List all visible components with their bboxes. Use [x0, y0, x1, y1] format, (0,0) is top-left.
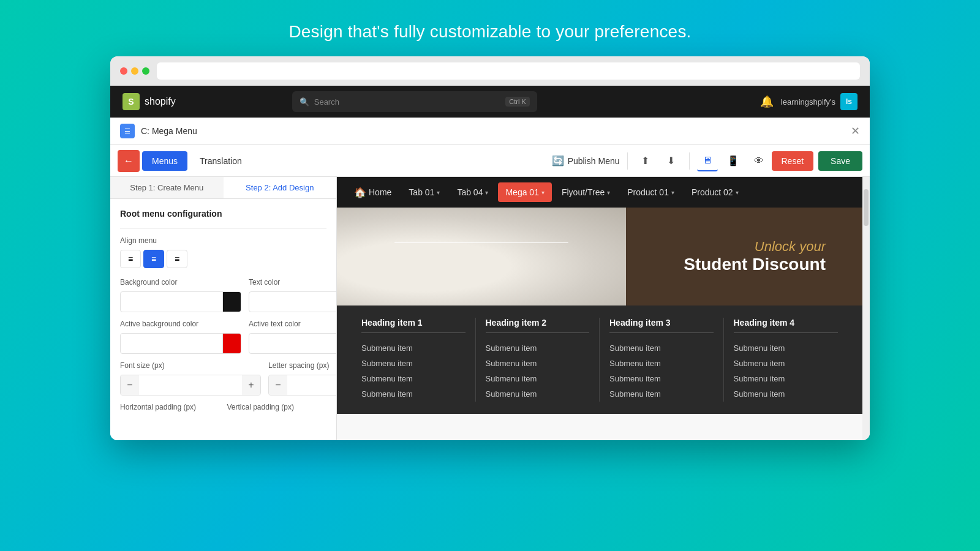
maximize-traffic-light[interactable] — [142, 67, 149, 75]
search-placeholder: Search — [314, 97, 339, 107]
nav-mega01-label: Mega 01 — [505, 187, 538, 197]
mega-item-3-1[interactable]: Submenu item — [609, 340, 714, 356]
font-size-increment[interactable]: + — [242, 375, 260, 395]
save-button[interactable]: Save — [818, 151, 862, 171]
store-nav: 🏠 Home Tab 01 ▾ Tab 04 ▾ Mega 01 ▾ Flyou… — [337, 177, 862, 208]
mega-item-4-2[interactable]: Submenu item — [734, 356, 839, 371]
banner-line2: Student Discount — [684, 255, 826, 274]
tablet-icon: 📱 — [727, 155, 739, 167]
mega-col-2: Heading item 2 Submenu item Submenu item… — [476, 318, 600, 402]
toolbar-center: 🔄 Publish Menu ⬆ ⬇ 🖥 📱 👁 — [552, 151, 769, 171]
user-avatar: ls — [840, 93, 858, 110]
mega-item-2-1[interactable]: Submenu item — [486, 340, 590, 356]
search-bar[interactable]: 🔍 Search Ctrl K — [292, 91, 537, 112]
align-left-button[interactable]: ≡ — [120, 250, 141, 268]
preview-button[interactable]: 👁 — [748, 151, 769, 171]
right-scrollbar[interactable] — [862, 177, 870, 440]
mega-item-2-4[interactable]: Submenu item — [486, 386, 590, 402]
desktop-view-button[interactable]: 🖥 — [697, 151, 718, 171]
back-button[interactable]: ← — [118, 150, 140, 172]
letter-spacing-input[interactable]: 1 — [287, 381, 337, 390]
font-size-input[interactable]: 15 — [139, 381, 242, 390]
panel-content: Root menu configuration Align menu ≡ ≡ ≡… — [110, 199, 336, 433]
bg-color-input[interactable]: #141414 — [121, 298, 222, 306]
close-traffic-light[interactable] — [120, 67, 127, 75]
publish-label: Publish Menu — [568, 156, 620, 166]
mega-item-1-2[interactable]: Submenu item — [361, 356, 466, 371]
reset-button[interactable]: Reset — [772, 151, 814, 171]
active-color-row: Active background color #e40000 Active t… — [120, 320, 326, 354]
section-title: Root menu configuration — [120, 209, 326, 219]
mega-item-3-3[interactable]: Submenu item — [609, 371, 714, 386]
font-size-container: Font size (px) − 15 + — [120, 361, 261, 395]
v-padding-container: Vertical padding (px) — [227, 403, 327, 416]
eye-icon: 👁 — [754, 156, 764, 167]
active-text-field-container: Active text color #ffffff — [249, 320, 337, 354]
mega-item-4-3[interactable]: Submenu item — [734, 371, 839, 386]
text-color-input[interactable]: #f5f5f5 — [249, 298, 337, 306]
scroll-thumb[interactable] — [864, 189, 869, 226]
nav-flyout[interactable]: Flyout/Tree ▾ — [554, 182, 617, 202]
mega-heading-4: Heading item 4 — [734, 318, 839, 333]
active-bg-field-container: Active background color #e40000 — [120, 320, 241, 354]
h-padding-label: Horizontal padding (px) — [120, 403, 220, 411]
active-bg-input[interactable]: #e40000 — [121, 339, 222, 348]
step2-tab[interactable]: Step 2: Add Design — [224, 177, 337, 198]
plugin-close-button[interactable]: ✕ — [851, 124, 860, 138]
nav-tab01[interactable]: Tab 01 ▾ — [401, 182, 447, 202]
align-right-button[interactable]: ≡ — [167, 250, 187, 268]
address-bar[interactable] — [157, 62, 860, 80]
active-bg-swatch[interactable] — [222, 333, 241, 354]
mega-item-2-3[interactable]: Submenu item — [486, 371, 590, 386]
menus-tab[interactable]: Menus — [142, 151, 187, 171]
nav-tab04[interactable]: Tab 04 ▾ — [450, 182, 496, 202]
preview-area: 🏠 Home Tab 01 ▾ Tab 04 ▾ Mega 01 ▾ Flyou… — [337, 177, 862, 440]
upload-button[interactable]: ⬆ — [635, 151, 656, 171]
font-size-label: Font size (px) — [120, 361, 261, 370]
user-badge: learningshpify's ls — [781, 93, 858, 110]
left-panel: Step 1: Create Menu Step 2: Add Design R… — [110, 177, 337, 440]
translation-tab[interactable]: Translation — [190, 151, 252, 171]
bg-color-label: Background color — [120, 278, 241, 287]
letter-spacing-decrement[interactable]: − — [269, 375, 287, 395]
divider-1 — [120, 228, 326, 229]
search-shortcut: Ctrl K — [505, 97, 530, 107]
shopify-header: S shopify 🔍 Search Ctrl K 🔔 learningshpi… — [110, 86, 870, 118]
mega-col-1: Heading item 1 Submenu item Submenu item… — [352, 318, 476, 402]
nav-product01[interactable]: Product 01 ▾ — [620, 182, 682, 202]
mega-item-4-4[interactable]: Submenu item — [734, 386, 839, 402]
bg-color-field: #141414 — [120, 291, 241, 312]
bg-color-swatch[interactable] — [222, 291, 241, 312]
mega-item-1-3[interactable]: Submenu item — [361, 371, 466, 386]
size-spacing-row: Font size (px) − 15 + Letter spacing (px… — [120, 361, 326, 395]
shoe-visual — [337, 208, 626, 305]
mega-item-2-2[interactable]: Submenu item — [486, 356, 590, 371]
letter-spacing-field: − 1 + — [268, 375, 337, 395]
nav-product02[interactable]: Product 02 ▾ — [684, 182, 746, 202]
download-icon: ⬇ — [667, 155, 675, 167]
active-bg-field: #e40000 — [120, 333, 241, 354]
nav-mega01[interactable]: Mega 01 ▾ — [498, 182, 551, 202]
mega-item-3-2[interactable]: Submenu item — [609, 356, 714, 371]
mega-item-1-4[interactable]: Submenu item — [361, 386, 466, 402]
align-center-button[interactable]: ≡ — [143, 250, 164, 268]
bg-text-color-row: Background color #141414 Text color #f5f… — [120, 278, 326, 312]
active-text-field: #ffffff — [249, 333, 337, 354]
download-button[interactable]: ⬇ — [661, 151, 682, 171]
nav-tab01-label: Tab 01 — [409, 187, 434, 197]
active-text-input[interactable]: #ffffff — [249, 339, 337, 348]
font-size-decrement[interactable]: − — [121, 375, 139, 395]
minimize-traffic-light[interactable] — [131, 67, 138, 75]
step1-tab[interactable]: Step 1: Create Menu — [110, 177, 224, 198]
publish-menu-button[interactable]: 🔄 Publish Menu — [552, 155, 620, 167]
banner-text: Unlock your Student Discount — [684, 239, 826, 274]
align-label: Align menu — [120, 236, 326, 245]
chevron-product02: ▾ — [736, 189, 739, 196]
mega-item-3-4[interactable]: Submenu item — [609, 386, 714, 402]
nav-home[interactable]: 🏠 Home — [347, 182, 399, 203]
mega-heading-1: Heading item 1 — [361, 318, 466, 333]
notification-button[interactable]: 🔔 — [760, 95, 774, 108]
mega-item-4-1[interactable]: Submenu item — [734, 340, 839, 356]
tablet-view-button[interactable]: 📱 — [723, 151, 744, 171]
mega-item-1-1[interactable]: Submenu item — [361, 340, 466, 356]
